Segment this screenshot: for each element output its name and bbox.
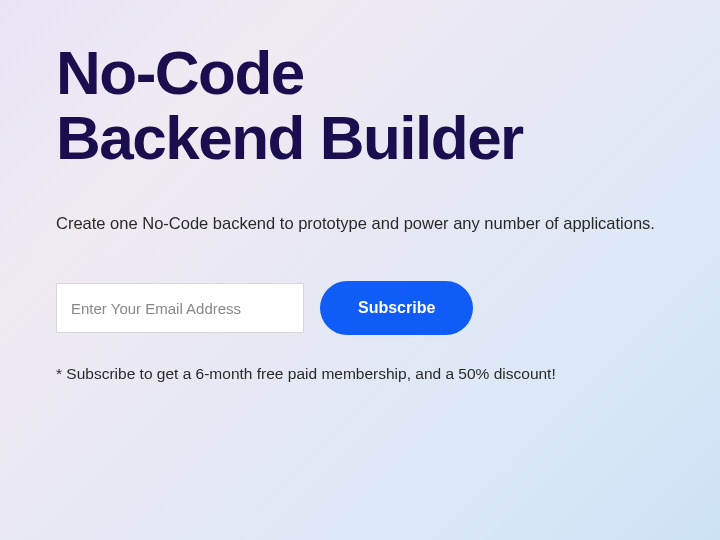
- hero-title-line1: No-Code: [56, 38, 304, 107]
- hero-title: No-Code Backend Builder: [56, 40, 664, 170]
- hero-title-line2: Backend Builder: [56, 103, 523, 172]
- hero-subtitle: Create one No-Code backend to prototype …: [56, 214, 664, 233]
- subscribe-form: Subscribe: [56, 281, 664, 335]
- email-field[interactable]: [56, 283, 304, 333]
- disclaimer-text: * Subscribe to get a 6-month free paid m…: [56, 365, 664, 383]
- subscribe-button[interactable]: Subscribe: [320, 281, 473, 335]
